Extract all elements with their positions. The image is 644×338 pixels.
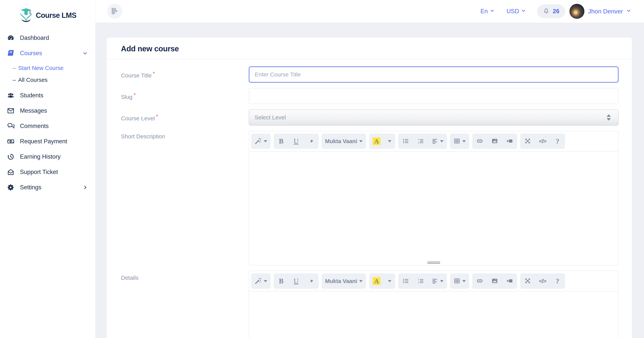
sidebar-item-messages[interactable]: Messages [0,103,95,118]
text-color-button[interactable]: A [369,274,384,289]
sidebar-item-support-ticket[interactable]: Support Ticket [0,164,95,180]
caret-down-icon [462,140,466,142]
text-color-button[interactable]: A [369,134,384,149]
font-family-dropdown[interactable]: Mukta Vaani [322,134,366,149]
eraser-button[interactable] [304,274,318,289]
user-name: Jhon Denver [588,8,623,15]
font-family-dropdown[interactable]: Mukta Vaani [322,274,366,289]
bold-button[interactable]: B [274,274,289,289]
sidebar-item-label: Earning History [20,153,60,160]
editor-resize-handle[interactable] [428,261,440,264]
required-asterisk: * [153,70,155,76]
ordered-list-button[interactable]: 1 2 [413,274,428,289]
sidebar-item-start-new-course[interactable]: – Start New Course [0,62,95,74]
table-dropdown[interactable] [450,134,469,149]
video-button[interactable] [502,274,517,289]
courses-submenu: – Start New Course – All Courses [0,62,95,86]
unordered-list-icon [402,138,409,145]
book-icon [6,50,15,57]
fullscreen-button[interactable] [520,134,535,149]
video-icon [506,278,513,285]
caret-down-icon [264,280,267,282]
image-icon [491,278,498,285]
link-button[interactable] [472,134,487,149]
app-logo-text: Course LMS [36,11,76,20]
course-level-select[interactable]: Select Level [249,110,618,126]
eraser-icon [308,138,314,145]
unordered-list-button[interactable] [398,274,413,289]
align-left-icon [432,278,438,285]
table-icon [454,278,460,285]
details-editable-area[interactable] [249,292,618,338]
paragraph-align-dropdown[interactable] [428,134,447,149]
caret-down-icon [359,280,363,282]
help-button[interactable]: ? [550,274,565,289]
eraser-button[interactable] [304,134,318,149]
sidebar-item-label: Students [20,92,43,99]
sidebar-item-courses[interactable]: Courses [0,46,95,61]
magic-wand-icon [254,277,262,285]
bold-button[interactable]: B [274,134,289,149]
required-asterisk: * [134,92,136,98]
sidebar-item-comments[interactable]: Comments [0,118,95,134]
sidebar-item-all-courses[interactable]: – All Courses [0,74,95,86]
image-button[interactable] [487,134,502,149]
notifications-button[interactable]: 26 [537,4,565,18]
course-level-row: Course Level* Select Level [121,110,618,126]
table-dropdown[interactable] [450,274,469,289]
magic-wand-icon [254,138,262,145]
ordered-list-button[interactable]: 1 2 [413,134,428,149]
video-button[interactable] [502,134,517,149]
sidebar-item-label: Support Ticket [20,168,58,176]
underline-button[interactable]: U [289,134,304,149]
sidebar-item-label: Messages [20,107,47,114]
sidebar-item-earning-history[interactable]: Earning History [0,149,95,164]
text-color-dropdown[interactable] [384,274,395,289]
link-button[interactable] [472,274,487,289]
codeview-button[interactable]: </> [535,134,550,149]
sub-item-dash: – [13,65,16,71]
dashboard-icon [6,34,15,42]
page-title: Add new course [121,44,618,53]
topbar-right: En USD 26 [480,4,631,19]
sidebar-item-dashboard[interactable]: Dashboard [0,30,95,46]
currency-selector[interactable]: USD [506,8,526,15]
sidebar-nav: Dashboard Courses – Start New Cour [0,29,95,195]
course-title-label: Course Title* [121,70,249,79]
sidebar-item-label: Request Payment [20,138,67,145]
image-icon [491,138,498,145]
short-description-editable-area[interactable] [249,152,618,260]
course-title-input[interactable] [249,66,618,82]
sidebar-toggle-button[interactable] [107,4,122,19]
slug-input[interactable] [249,88,618,104]
magic-style-dropdown-button[interactable] [251,134,271,149]
fullscreen-button[interactable] [520,274,535,289]
underline-button[interactable]: U [289,274,304,289]
user-menu[interactable]: Jhon Denver [588,8,631,15]
language-selector[interactable]: En [480,8,495,15]
avatar[interactable] [570,4,584,19]
app-logo[interactable]: Course LMS [0,0,95,29]
image-button[interactable] [487,274,502,289]
add-course-card: Add new course Course Title* Slug* Co [107,38,632,338]
magic-style-dropdown-button[interactable] [251,274,271,289]
currency-label: USD [506,8,519,15]
sidebar-item-label: Comments [20,123,49,130]
sidebar-item-students[interactable]: Students [0,88,95,103]
app-logo-icon [19,8,33,23]
unordered-list-button[interactable] [398,134,413,149]
help-button[interactable]: ? [550,134,565,149]
details-editor: B U [249,271,618,338]
details-row: Details [121,271,618,338]
font-family-label: Mukta Vaani [325,278,357,284]
ordered-list-icon: 1 2 [417,278,424,285]
codeview-button[interactable]: </> [535,274,550,289]
sidebar-item-request-payment[interactable]: Request Payment [0,134,95,149]
text-color-dropdown[interactable] [384,134,395,149]
notification-count-badge: 26 [553,8,559,15]
sidebar-item-label: Dashboard [20,34,49,42]
paragraph-align-dropdown[interactable] [428,274,447,289]
sidebar-item-settings[interactable]: Settings [0,180,95,195]
slug-row: Slug* [121,88,618,104]
add-course-form: Course Title* Slug* Course Level* Select… [107,59,632,338]
